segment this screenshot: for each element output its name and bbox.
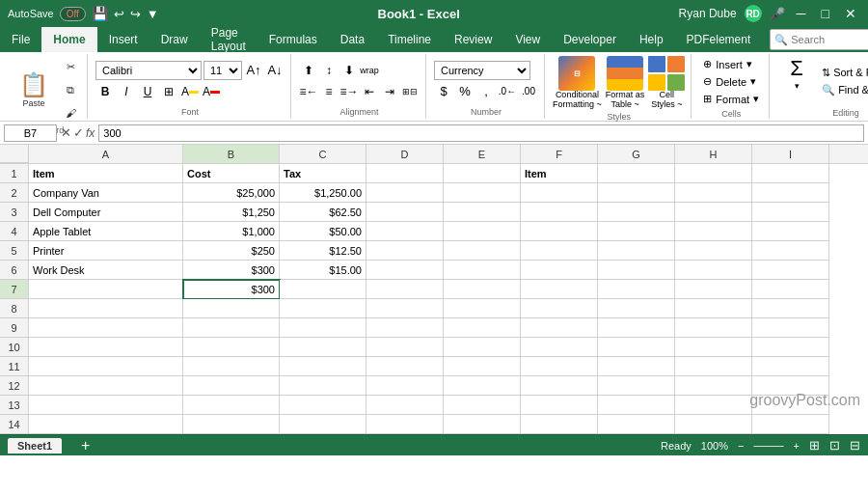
- cell-h13[interactable]: [675, 396, 752, 415]
- cell-b2[interactable]: $25,000: [183, 183, 280, 203]
- cell-e7[interactable]: [444, 280, 521, 299]
- normal-view-button[interactable]: ⊞: [809, 438, 820, 453]
- cell-h5[interactable]: [675, 241, 752, 261]
- number-format-select[interactable]: Currency General Number Percentage: [434, 61, 530, 80]
- tab-timeline[interactable]: Timeline: [376, 27, 443, 52]
- search-input[interactable]: [791, 34, 868, 45]
- tab-insert[interactable]: Insert: [97, 27, 149, 52]
- cell-g12[interactable]: [598, 376, 675, 396]
- col-header-e[interactable]: E: [444, 145, 521, 163]
- page-layout-view-button[interactable]: ⊡: [829, 438, 840, 453]
- cell-a3[interactable]: Dell Computer: [29, 203, 183, 222]
- decrease-font-button[interactable]: A↓: [265, 61, 285, 80]
- cell-f5[interactable]: [521, 241, 598, 261]
- cell-c13[interactable]: [280, 396, 366, 415]
- increase-decimal-button[interactable]: .00: [519, 82, 538, 101]
- cell-a9[interactable]: [29, 318, 183, 338]
- paste-button[interactable]: 📋 Paste: [10, 65, 58, 115]
- cell-reference-box[interactable]: [4, 124, 57, 142]
- cell-a1[interactable]: Item: [29, 164, 183, 183]
- tab-draw[interactable]: Draw: [149, 27, 200, 52]
- zoom-slider[interactable]: ────: [753, 440, 783, 452]
- restore-icon[interactable]: □: [818, 6, 833, 21]
- col-header-a[interactable]: A: [29, 145, 183, 163]
- italic-button[interactable]: I: [117, 82, 136, 101]
- cell-g4[interactable]: [598, 222, 675, 241]
- cell-b12[interactable]: [183, 376, 280, 396]
- format-painter-button[interactable]: 🖌: [60, 102, 81, 124]
- format-as-table-button[interactable]: Format asTable ~: [606, 56, 645, 110]
- cell-a14[interactable]: [29, 415, 183, 434]
- cell-b1[interactable]: Cost: [183, 164, 280, 183]
- cell-h9[interactable]: [675, 318, 752, 338]
- cell-f13[interactable]: [521, 396, 598, 415]
- col-header-d[interactable]: D: [366, 145, 444, 163]
- tab-formulas[interactable]: Formulas: [258, 27, 329, 52]
- cell-e4[interactable]: [444, 222, 521, 241]
- cell-d6[interactable]: [366, 261, 444, 280]
- row-header-12[interactable]: 12: [0, 376, 29, 396]
- cell-f1[interactable]: Item: [521, 164, 598, 183]
- insert-button[interactable]: ⊕ Insert ▾: [699, 56, 763, 72]
- row-header-4[interactable]: 4: [0, 222, 29, 241]
- cell-a2[interactable]: Company Van: [29, 183, 183, 203]
- cell-g3[interactable]: [598, 203, 675, 222]
- cell-h11[interactable]: [675, 357, 752, 376]
- cell-e8[interactable]: [444, 299, 521, 318]
- copy-button[interactable]: ⧉: [60, 79, 81, 100]
- col-header-i[interactable]: I: [752, 145, 829, 163]
- cell-c14[interactable]: [280, 415, 366, 434]
- cell-e1[interactable]: [444, 164, 521, 183]
- cell-h12[interactable]: [675, 376, 752, 396]
- cell-g5[interactable]: [598, 241, 675, 261]
- cell-g2[interactable]: [598, 183, 675, 203]
- cell-f3[interactable]: [521, 203, 598, 222]
- close-icon[interactable]: ✕: [841, 6, 860, 21]
- cell-g8[interactable]: [598, 299, 675, 318]
- cell-g11[interactable]: [598, 357, 675, 376]
- cell-g14[interactable]: [598, 415, 675, 434]
- cell-i3[interactable]: [752, 203, 829, 222]
- cell-a7[interactable]: [29, 280, 183, 299]
- minimize-icon[interactable]: ─: [793, 6, 810, 21]
- align-top-button[interactable]: ⬆: [299, 61, 318, 80]
- row-header-10[interactable]: 10: [0, 338, 29, 357]
- align-bottom-button[interactable]: ⬇: [339, 61, 359, 80]
- cell-f11[interactable]: [521, 357, 598, 376]
- cell-g7[interactable]: [598, 280, 675, 299]
- cell-d11[interactable]: [366, 357, 444, 376]
- cell-a11[interactable]: [29, 357, 183, 376]
- cell-c9[interactable]: [280, 318, 366, 338]
- cell-g6[interactable]: [598, 261, 675, 280]
- cell-b5[interactable]: $250: [183, 241, 280, 261]
- underline-button[interactable]: U: [138, 82, 157, 101]
- cell-f8[interactable]: [521, 299, 598, 318]
- cell-g1[interactable]: [598, 164, 675, 183]
- row-header-13[interactable]: 13: [0, 396, 29, 415]
- percent-button[interactable]: %: [455, 82, 475, 101]
- row-header-1[interactable]: 1: [0, 164, 29, 183]
- corner-cell[interactable]: [0, 145, 29, 163]
- cell-c7[interactable]: [280, 280, 366, 299]
- cell-e13[interactable]: [444, 396, 521, 415]
- formula-content[interactable]: 300: [98, 124, 864, 142]
- cell-f12[interactable]: [521, 376, 598, 396]
- cell-b6[interactable]: $300: [183, 261, 280, 280]
- align-center-button[interactable]: ≡: [319, 82, 339, 101]
- cell-f7[interactable]: [521, 280, 598, 299]
- cell-f4[interactable]: [521, 222, 598, 241]
- cell-h6[interactable]: [675, 261, 752, 280]
- cell-e14[interactable]: [444, 415, 521, 434]
- col-header-c[interactable]: C: [280, 145, 366, 163]
- cell-c1[interactable]: Tax: [280, 164, 366, 183]
- cell-e12[interactable]: [444, 376, 521, 396]
- cell-f9[interactable]: [521, 318, 598, 338]
- col-header-g[interactable]: G: [598, 145, 675, 163]
- autosum-button[interactable]: Σ ▾: [777, 56, 816, 106]
- cell-c8[interactable]: [280, 299, 366, 318]
- conditional-formatting-button[interactable]: ⊟ ConditionalFormatting ~: [553, 56, 602, 110]
- tab-pdfelement[interactable]: PDFelement: [675, 27, 763, 52]
- cell-d8[interactable]: [366, 299, 444, 318]
- find-select-button[interactable]: 🔍 Find & Select ~: [818, 82, 868, 98]
- row-header-5[interactable]: 5: [0, 241, 29, 261]
